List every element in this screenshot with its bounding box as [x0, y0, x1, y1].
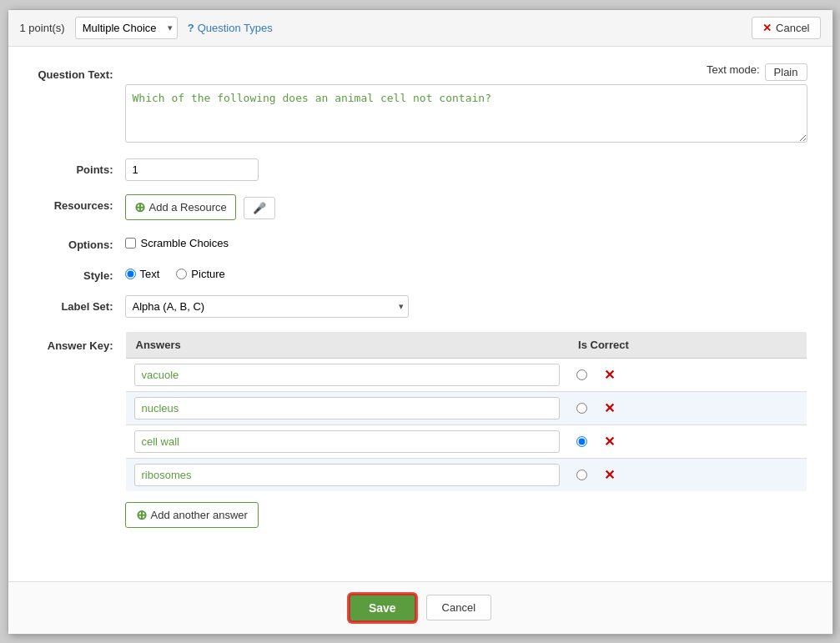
points-wrap	[125, 158, 807, 181]
question-type-wrapper[interactable]: Multiple Choice	[75, 17, 178, 39]
delete-answer-button-0[interactable]: ✕	[601, 367, 618, 383]
dialog-header: 1 point(s) Multiple Choice ? Question Ty…	[8, 10, 832, 47]
is-correct-cell-3: ✕	[568, 458, 807, 491]
answer-cell-3	[125, 458, 568, 491]
table-row: ✕	[125, 458, 807, 491]
options-row: Options: Scramble Choices	[33, 234, 807, 251]
dialog-footer: Save Cancel	[8, 581, 832, 634]
answer-table-header-row: Answers Is Correct	[125, 331, 807, 358]
scramble-choices-label[interactable]: Scramble Choices	[125, 234, 807, 249]
style-text-label[interactable]: Text	[125, 268, 160, 280]
style-wrap: Text Picture	[125, 264, 807, 280]
scramble-choices-checkbox[interactable]	[125, 238, 136, 249]
header-cancel-button[interactable]: ✕ Cancel	[752, 17, 820, 39]
header-left: 1 point(s) Multiple Choice ? Question Ty…	[20, 17, 273, 39]
style-label: Style:	[33, 264, 125, 282]
points-row: Points:	[33, 158, 807, 181]
question-type-select[interactable]: Multiple Choice	[75, 17, 178, 39]
question-text-row: Question Text: Text mode: Plain Which of…	[33, 63, 807, 145]
dialog: 1 point(s) Multiple Choice ? Question Ty…	[8, 9, 833, 635]
style-picture-radio[interactable]	[176, 269, 187, 279]
options-label: Options:	[33, 234, 125, 251]
delete-answer-button-1[interactable]: ✕	[601, 400, 618, 416]
table-row: ✕	[125, 358, 807, 391]
answer-input-3[interactable]	[134, 464, 561, 486]
answer-cell-0	[125, 358, 568, 391]
delete-answer-button-3[interactable]: ✕	[601, 467, 618, 483]
answer-key-row: Answer Key: Answers Is Correct ✕✕✕✕ ⊕ Ad…	[33, 331, 807, 528]
question-types-link[interactable]: ? Question Types	[188, 22, 273, 34]
answer-cell-2	[125, 424, 568, 458]
delete-answer-button-2[interactable]: ✕	[601, 434, 618, 450]
points-input[interactable]	[125, 158, 259, 181]
answer-input-2[interactable]	[134, 430, 561, 453]
answer-input-0[interactable]	[134, 364, 561, 386]
points-label-text: Points:	[33, 158, 125, 176]
cancel-x-icon: ✕	[762, 22, 772, 34]
resources-label: Resources:	[33, 194, 125, 212]
answer-key-wrap: Answers Is Correct ✕✕✕✕ ⊕ Add another an…	[125, 331, 807, 528]
is-correct-column-header: Is Correct	[568, 331, 807, 358]
footer-cancel-button[interactable]: Cancel	[426, 595, 491, 620]
question-text-wrap: Text mode: Plain Which of the following …	[125, 63, 807, 145]
answers-column-header: Answers	[125, 331, 568, 358]
label-set-row: Label Set: Alpha (A, B, C) Numeric (1, 2…	[33, 295, 807, 318]
add-resource-plus-icon: ⊕	[134, 199, 145, 215]
resources-wrap: ⊕ Add a Resource 🎤	[125, 194, 807, 220]
correct-radio-1[interactable]	[576, 403, 587, 414]
question-text-input[interactable]: Which of the following does an animal ce…	[125, 84, 807, 143]
label-set-select-wrapper[interactable]: Alpha (A, B, C) Numeric (1, 2, 3) None	[125, 295, 409, 318]
plain-button[interactable]: Plain	[765, 63, 807, 81]
table-row: ✕	[125, 391, 807, 424]
style-text-radio[interactable]	[125, 269, 136, 279]
dialog-body: Question Text: Text mode: Plain Which of…	[8, 47, 832, 581]
text-mode-row: Text mode: Plain	[125, 63, 807, 81]
correct-radio-3[interactable]	[576, 470, 587, 480]
label-set-wrap: Alpha (A, B, C) Numeric (1, 2, 3) None	[125, 295, 807, 318]
correct-radio-0[interactable]	[576, 369, 587, 380]
is-correct-cell-2: ✕	[568, 424, 807, 458]
points-label: 1 point(s)	[20, 22, 65, 34]
resources-row: Resources: ⊕ Add a Resource 🎤	[33, 194, 807, 220]
answers-tbody: ✕✕✕✕	[125, 358, 807, 491]
add-answer-button[interactable]: ⊕ Add another answer	[125, 502, 259, 528]
add-answer-plus-icon: ⊕	[136, 507, 147, 523]
correct-radio-2[interactable]	[576, 436, 587, 447]
style-picture-label[interactable]: Picture	[176, 268, 224, 280]
answer-key-label: Answer Key:	[33, 331, 125, 352]
is-correct-cell-0: ✕	[568, 358, 807, 391]
text-mode-label: Text mode:	[707, 63, 760, 81]
answer-cell-1	[125, 391, 568, 424]
options-wrap: Scramble Choices	[125, 234, 807, 249]
microphone-icon: 🎤	[253, 202, 266, 214]
add-resource-button[interactable]: ⊕ Add a Resource	[125, 194, 236, 220]
save-button[interactable]: Save	[349, 594, 416, 622]
label-set-label: Label Set:	[33, 295, 125, 313]
microphone-button[interactable]: 🎤	[244, 197, 275, 219]
question-text-label: Question Text:	[33, 63, 125, 81]
answer-input-1[interactable]	[134, 397, 561, 419]
question-mark-icon: ?	[188, 22, 194, 34]
answer-key-table: Answers Is Correct ✕✕✕✕	[125, 331, 807, 492]
table-row: ✕	[125, 424, 807, 458]
is-correct-cell-1: ✕	[568, 391, 807, 424]
style-row: Style: Text Picture	[33, 264, 807, 282]
label-set-select[interactable]: Alpha (A, B, C) Numeric (1, 2, 3) None	[125, 295, 409, 318]
